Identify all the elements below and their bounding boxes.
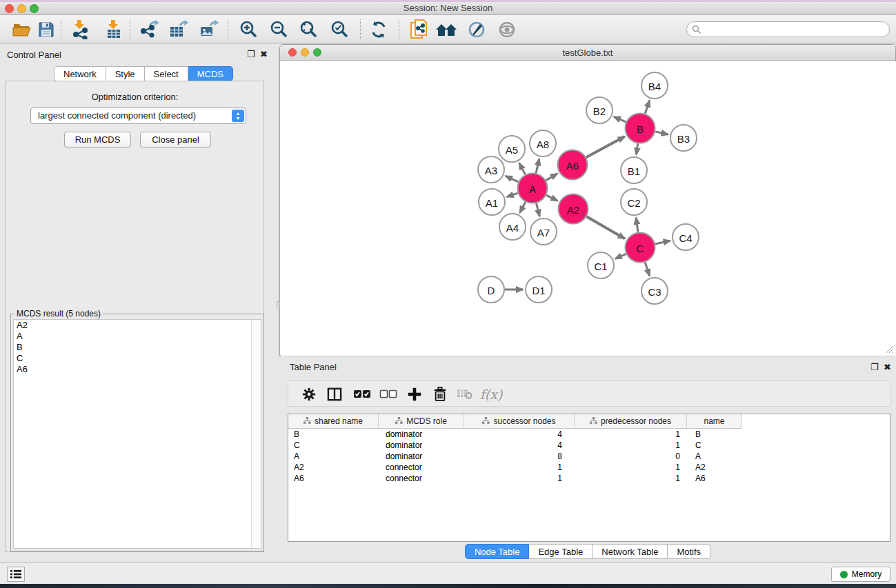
- graph-node-B[interactable]: B: [626, 114, 655, 143]
- criterion-select[interactable]: largest connected component (directed) ▲…: [30, 108, 246, 124]
- graph-node-D1[interactable]: D1: [526, 276, 552, 303]
- column-header-successor-nodes[interactable]: successor nodes: [464, 414, 575, 429]
- zoom-out-icon[interactable]: [268, 18, 291, 41]
- graph-node-B2[interactable]: B2: [586, 97, 613, 123]
- memory-button[interactable]: Memory: [831, 567, 890, 582]
- tab-edge-table[interactable]: Edge Table: [529, 544, 593, 559]
- table-row[interactable]: Adominator80A: [288, 451, 742, 462]
- graph-node-C4[interactable]: C4: [673, 224, 699, 250]
- tab-style[interactable]: Style: [106, 66, 145, 81]
- function-builder-icon[interactable]: f(x): [480, 383, 502, 405]
- run-mcds-button[interactable]: Run MCDS: [64, 132, 131, 148]
- select-all-icon[interactable]: [351, 383, 373, 405]
- deselect-all-icon[interactable]: [377, 383, 399, 405]
- delete-table-icon[interactable]: [454, 383, 476, 405]
- graph-edge-A-A8[interactable]: [536, 159, 539, 173]
- network-window-titlebar[interactable]: testGlobe.txt: [280, 45, 895, 61]
- graph-node-B3[interactable]: B3: [670, 125, 697, 151]
- graph-edge-C-C1[interactable]: [615, 254, 626, 258]
- graph-node-A4[interactable]: A4: [499, 214, 526, 240]
- graph-node-C1[interactable]: C1: [588, 252, 614, 278]
- mcds-result-item[interactable]: A: [14, 331, 261, 342]
- graph-node-C[interactable]: C: [626, 233, 655, 263]
- delete-column-icon[interactable]: [429, 383, 451, 405]
- graph-node-C2[interactable]: C2: [621, 189, 647, 215]
- column-header-name[interactable]: name: [687, 414, 742, 429]
- mcds-result-item[interactable]: A2: [14, 320, 261, 331]
- graph-node-C3[interactable]: C3: [641, 278, 668, 304]
- task-history-button[interactable]: [7, 567, 25, 582]
- tab-motifs[interactable]: Motifs: [668, 544, 710, 559]
- tab-select[interactable]: Select: [145, 66, 188, 81]
- graph-edge-B-B4[interactable]: [645, 101, 649, 114]
- close-panel-button[interactable]: Close panel: [140, 132, 211, 148]
- open-session-icon[interactable]: [10, 18, 34, 41]
- add-column-icon[interactable]: [404, 383, 426, 405]
- network-canvas[interactable]: B4B2BB3A5A8A6A3B1AC2A1A2A4A7C4CC1C3DD1: [281, 61, 896, 356]
- table-options-icon[interactable]: [298, 383, 320, 405]
- table-row[interactable]: Bdominator41B: [288, 429, 742, 440]
- graph-node-A[interactable]: A: [518, 174, 548, 203]
- graph-node-A6[interactable]: A6: [558, 150, 588, 180]
- graph-node-D[interactable]: D: [478, 276, 504, 303]
- search-input[interactable]: [705, 23, 884, 36]
- refresh-icon[interactable]: [367, 18, 390, 41]
- graph-node-A5[interactable]: A5: [499, 136, 525, 162]
- scrollbar-track[interactable]: [251, 320, 261, 548]
- graph-edge-C-C2[interactable]: [636, 218, 638, 232]
- network-from-document-icon[interactable]: [407, 18, 430, 41]
- mcds-result-item[interactable]: B: [14, 342, 261, 353]
- close-table-panel-icon[interactable]: ✖: [884, 362, 891, 372]
- graph-edge-A-A2[interactable]: [546, 195, 557, 201]
- tab-network[interactable]: Network: [54, 66, 106, 81]
- table-row[interactable]: A2connector11A2: [288, 462, 742, 473]
- resize-grip-icon[interactable]: [885, 345, 894, 354]
- table-row[interactable]: A6connector11A6: [288, 473, 742, 484]
- graph-node-A7[interactable]: A7: [530, 219, 557, 245]
- column-header-shared-name[interactable]: shared name: [288, 414, 379, 429]
- save-session-icon[interactable]: [34, 18, 58, 41]
- import-table-icon[interactable]: [102, 18, 126, 41]
- graph-edge-B-B1[interactable]: [636, 143, 637, 154]
- tab-node-table[interactable]: Node Table: [465, 544, 530, 559]
- graph-edge-A-A7[interactable]: [537, 203, 540, 216]
- mcds-result-list[interactable]: A2ABCA6: [13, 319, 261, 549]
- graph-edge-A-A6[interactable]: [546, 174, 557, 181]
- table-row[interactable]: Cdominator41C: [288, 440, 742, 451]
- mcds-result-item[interactable]: C: [14, 353, 261, 364]
- export-table-icon[interactable]: [167, 18, 190, 41]
- close-panel-icon[interactable]: ✖: [260, 49, 268, 59]
- mcds-result-item[interactable]: A6: [14, 364, 261, 375]
- graph-node-B1[interactable]: B1: [621, 157, 647, 183]
- column-header-predecessor-nodes[interactable]: predecessor nodes: [575, 414, 687, 429]
- float-table-panel-icon[interactable]: ❐: [870, 362, 879, 372]
- show-all-networks-icon[interactable]: [435, 18, 458, 41]
- graph-node-A2[interactable]: A2: [559, 194, 588, 224]
- graph-node-A8[interactable]: A8: [530, 130, 556, 156]
- float-panel-icon[interactable]: ❐: [247, 49, 255, 59]
- graph-edge-B-B3[interactable]: [655, 132, 668, 134]
- graph-edge-C-C4[interactable]: [655, 241, 670, 244]
- splitpane-handle[interactable]: [277, 301, 280, 307]
- export-image-icon[interactable]: [197, 18, 221, 41]
- graph-node-A1[interactable]: A1: [479, 189, 505, 215]
- show-graphics-details-icon[interactable]: [495, 18, 519, 41]
- graph-edge-A2-C[interactable]: [587, 216, 625, 239]
- graph-edge-C-C3[interactable]: [645, 262, 650, 276]
- column-header-MCDS-role[interactable]: MCDS role: [379, 414, 464, 429]
- graph-node-A3[interactable]: A3: [478, 156, 504, 183]
- graph-edge-A-A1[interactable]: [507, 193, 518, 196]
- graph-node-B4[interactable]: B4: [641, 72, 668, 99]
- export-network-icon[interactable]: [138, 18, 161, 41]
- zoom-fit-icon[interactable]: [297, 18, 321, 41]
- graph-edge-A-A4[interactable]: [520, 202, 526, 213]
- graph-edge-B-B2[interactable]: [614, 116, 626, 122]
- graph-edge-A6-B[interactable]: [586, 136, 625, 157]
- tab-network-table[interactable]: Network Table: [593, 544, 668, 559]
- show-column-icon[interactable]: [323, 383, 346, 405]
- zoom-in-icon[interactable]: [237, 18, 261, 41]
- zoom-selected-icon[interactable]: [328, 18, 352, 41]
- graph-edge-A-A5[interactable]: [519, 163, 526, 174]
- hide-annotations-icon[interactable]: [465, 18, 488, 41]
- import-network-icon[interactable]: [69, 18, 92, 41]
